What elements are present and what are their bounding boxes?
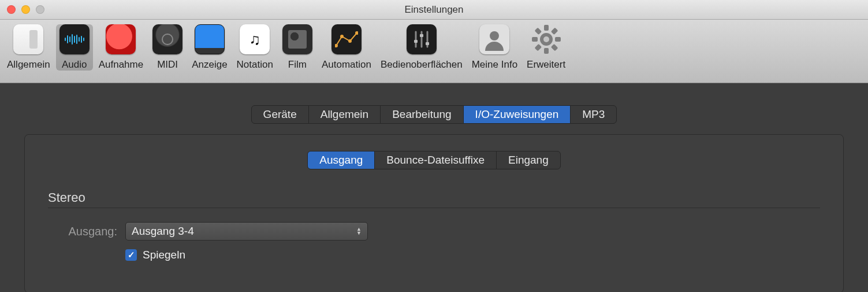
tab-bearbeitung[interactable]: Bearbeitung <box>381 106 463 123</box>
toolbar-item-anzeige[interactable]: Anzeige <box>188 24 230 71</box>
minimize-button[interactable] <box>21 5 30 14</box>
toolbar-label: Audio <box>62 59 87 71</box>
toolbar-item-notation[interactable]: ♫ Notation <box>233 24 277 71</box>
toolbar-label: Aufnahme <box>99 59 144 71</box>
toolbar-label: Bedienoberflächen <box>381 59 463 71</box>
toolbar-label: Anzeige <box>192 59 227 71</box>
toolbar-label: MIDI <box>157 59 178 71</box>
tab-io-zuweisungen[interactable]: I/O-Zuweisungen <box>464 106 571 123</box>
output-value: Ausgang 3-4 <box>132 225 194 238</box>
svg-point-11 <box>348 39 352 43</box>
toolbar-label: Allgemein <box>7 59 50 71</box>
automation-icon <box>331 24 362 54</box>
row-output: Ausgang: Ausgang 3-4 ▲▼ <box>48 222 820 241</box>
toolbar-item-midi[interactable]: MIDI <box>149 24 186 71</box>
svg-point-19 <box>490 31 499 40</box>
svg-rect-17 <box>420 34 423 37</box>
camera-icon <box>282 24 312 54</box>
output-popup[interactable]: Ausgang 3-4 ▲▼ <box>125 222 368 241</box>
sub-tabs: Ausgang Bounce-Dateisuffixe Eingang <box>307 151 560 169</box>
toolbar-item-bedienoberflaechen[interactable]: Bedienoberflächen <box>377 24 466 71</box>
svg-rect-16 <box>414 40 418 43</box>
toolbar-label: Meine Info <box>472 59 517 71</box>
midi-port-icon <box>152 24 182 54</box>
zoom-button[interactable] <box>36 5 44 14</box>
display-icon <box>195 24 225 54</box>
faders-icon <box>407 24 437 54</box>
toolbar-label: Film <box>288 59 307 71</box>
svg-rect-28 <box>550 44 558 51</box>
content-area: Geräte Allgemein Bearbeitung I/O-Zuweisu… <box>0 83 868 292</box>
svg-rect-18 <box>426 42 429 45</box>
gear-icon <box>531 24 561 54</box>
svg-rect-24 <box>555 37 561 42</box>
toolbar-item-audio[interactable]: Audio <box>56 24 93 71</box>
toolbar-label: Automation <box>322 59 371 71</box>
mirror-label: Spiegeln <box>143 249 185 261</box>
close-button[interactable] <box>7 5 16 14</box>
svg-rect-23 <box>532 37 538 42</box>
user-icon <box>479 24 509 54</box>
chevron-up-down-icon: ▲▼ <box>356 227 362 235</box>
output-label: Ausgang: <box>48 225 117 238</box>
row-mirror: ✓ Spiegeln <box>48 249 820 261</box>
svg-point-10 <box>340 35 344 38</box>
toolbar-item-aufnahme[interactable]: Aufnahme <box>95 24 147 71</box>
window-title: Einstellungen <box>0 4 868 16</box>
svg-rect-22 <box>544 48 549 54</box>
traffic-lights <box>0 5 44 14</box>
score-icon: ♫ <box>240 24 270 54</box>
toolbar-item-film[interactable]: Film <box>279 24 316 71</box>
mirror-checkbox[interactable]: ✓ <box>125 249 137 261</box>
svg-rect-25 <box>550 27 558 35</box>
svg-rect-27 <box>534 27 542 35</box>
toolbar-item-allgemein[interactable]: Allgemein <box>3 24 54 71</box>
section-title-stereo: Stereo <box>48 190 820 208</box>
switch-icon <box>13 24 43 54</box>
svg-rect-21 <box>544 25 549 31</box>
io-panel: Ausgang Bounce-Dateisuffixe Eingang Ster… <box>24 134 844 292</box>
toolbar-label: Erweitert <box>527 59 565 71</box>
tab-allgemein[interactable]: Allgemein <box>309 106 381 123</box>
toolbar-item-automation[interactable]: Automation <box>318 24 375 71</box>
main-tabs: Geräte Allgemein Bearbeitung I/O-Zuweisu… <box>251 105 617 124</box>
toolbar-item-erweitert[interactable]: Erweitert <box>523 24 569 71</box>
subtab-ausgang[interactable]: Ausgang <box>308 151 375 169</box>
svg-rect-26 <box>534 44 542 51</box>
preferences-toolbar: Allgemein Audio Aufnahme <box>0 20 868 83</box>
subtab-bounce-suffix[interactable]: Bounce-Dateisuffixe <box>375 151 497 169</box>
tab-mp3[interactable]: MP3 <box>571 106 616 123</box>
svg-point-29 <box>543 36 549 42</box>
window-titlebar: Einstellungen <box>0 0 868 20</box>
record-icon <box>106 24 136 54</box>
toolbar-item-meine-info[interactable]: Meine Info <box>468 24 521 71</box>
tab-geraete[interactable]: Geräte <box>252 106 309 123</box>
waveform-icon <box>59 24 90 54</box>
toolbar-label: Notation <box>237 59 273 71</box>
subtab-eingang[interactable]: Eingang <box>497 151 560 169</box>
